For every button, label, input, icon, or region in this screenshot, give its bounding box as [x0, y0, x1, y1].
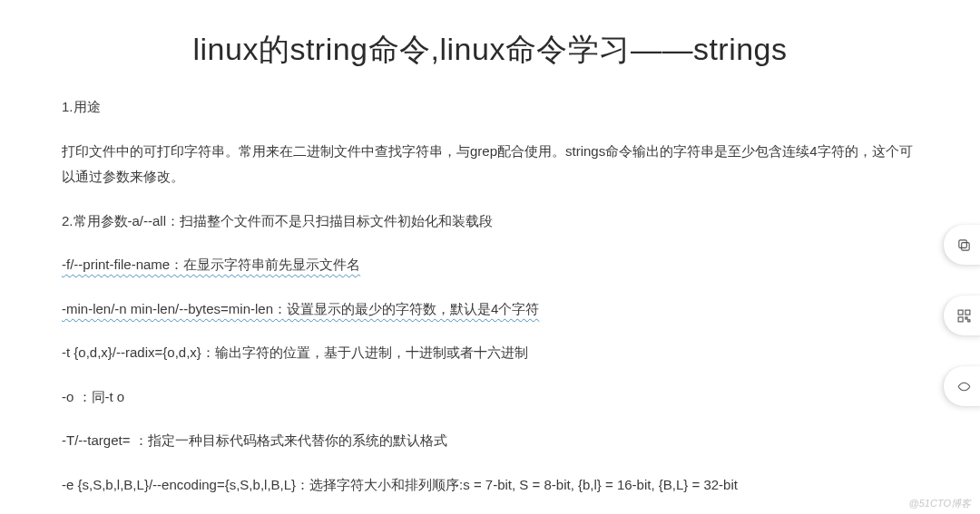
- watermark-text: @51CTO博客: [909, 497, 971, 510]
- param-min-len: -min-len/-n min-len/--bytes=min-len：设置显示…: [62, 296, 918, 323]
- param-o: -o ：同-t o: [62, 384, 918, 411]
- share-button[interactable]: [944, 366, 980, 406]
- svg-rect-3: [965, 310, 969, 315]
- copy-icon: [956, 238, 972, 253]
- article-body: linux的string命令,linux命令学习——strings 1.用途 打…: [0, 0, 980, 514]
- svg-rect-6: [967, 319, 969, 321]
- param-radix: -t {o,d,x}/--radix={o,d,x}：输出字符的位置，基于八进制…: [62, 340, 918, 366]
- svg-rect-2: [958, 310, 963, 315]
- svg-rect-4: [958, 316, 963, 321]
- qr-button[interactable]: [944, 296, 980, 335]
- param-all: 2.常用参数-a/--all：扫描整个文件而不是只扫描目标文件初始化和装载段: [62, 209, 918, 235]
- copy-button[interactable]: [944, 225, 980, 265]
- article-title: linux的string命令,linux命令学习——strings: [62, 29, 918, 71]
- svg-rect-0: [961, 242, 969, 250]
- svg-rect-1: [958, 239, 966, 247]
- floating-toolbar: [944, 225, 980, 406]
- svg-rect-5: [965, 316, 966, 318]
- param-encoding: -e {s,S,b,l,B,L}/--encoding={s,S,b,l,B,L…: [62, 472, 918, 499]
- param-target: -T/--target= ：指定一种目标代码格式来代替你的系统的默认格式: [62, 428, 918, 454]
- param-print-file-name: -f/--print-file-name：在显示字符串前先显示文件名: [62, 252, 918, 278]
- section-heading-usage: 1.用途: [62, 94, 918, 121]
- param-min-len-text: -min-len/-n min-len/--bytes=min-len：设置显示…: [62, 301, 539, 316]
- section-body-usage: 打印文件中的可打印字符串。常用来在二进制文件中查找字符串，与grep配合使用。s…: [62, 139, 918, 190]
- param-print-file-name-text: -f/--print-file-name：在显示字符串前先显示文件名: [62, 257, 360, 272]
- share-icon: [956, 379, 972, 394]
- qr-icon: [956, 308, 972, 324]
